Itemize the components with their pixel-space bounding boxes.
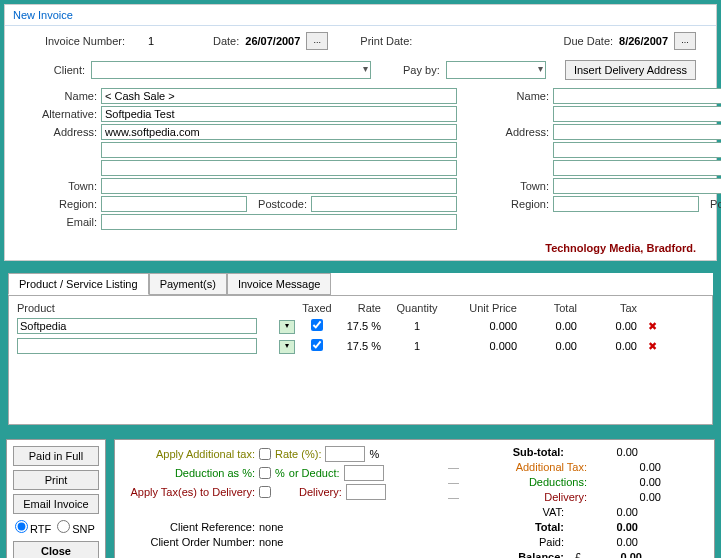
total-value: 0.00 (517, 340, 577, 352)
paid-in-full-button[interactable]: Paid in Full (13, 446, 99, 466)
tab-payments[interactable]: Payment(s) (149, 273, 227, 295)
address-input-1[interactable] (101, 124, 457, 140)
delivery-name-label: Name: (477, 90, 549, 102)
name-label: Name: (25, 90, 97, 102)
insert-delivery-button[interactable]: Insert Delivery Address (565, 60, 696, 80)
client-reference-label: Client Reference: (125, 521, 255, 533)
col-product: Product (17, 302, 277, 314)
apply-additional-tax-label: Apply Additional tax: (125, 448, 255, 460)
delivery-region-label: Region: (477, 198, 549, 210)
client-label: Client: (25, 64, 85, 76)
qty-value[interactable]: 1 (387, 320, 447, 332)
unitprice-value[interactable]: 0.000 (447, 340, 517, 352)
tax-value: 0.00 (577, 340, 637, 352)
date-label: Date: (213, 35, 239, 47)
balance-value: 0.00 (592, 551, 642, 558)
postcode-input[interactable] (311, 196, 457, 212)
product-input[interactable] (17, 338, 257, 354)
due-date-picker-button[interactable]: ... (674, 32, 696, 50)
apply-additional-tax-checkbox[interactable] (259, 448, 271, 460)
deductions-label: Deductions: (467, 476, 587, 488)
due-date-value: 8/26/2007 (619, 35, 668, 47)
invoice-number-value: 1 (131, 35, 171, 47)
town-input[interactable] (101, 178, 457, 194)
subtotal-label: Sub-total: (444, 446, 564, 458)
delivery-town-input[interactable] (553, 178, 721, 194)
delete-row-icon[interactable]: ✖ (637, 320, 667, 333)
apply-tax-delivery-checkbox[interactable] (259, 486, 271, 498)
client-reference-value: none (259, 521, 283, 533)
or-deduct-input[interactable] (344, 465, 384, 481)
delivery-address-input-3[interactable] (553, 160, 721, 176)
email-invoice-button[interactable]: Email Invoice (13, 494, 99, 514)
rtf-radio[interactable]: RTF (15, 520, 51, 535)
print-button[interactable]: Print (13, 470, 99, 490)
payby-combo[interactable] (446, 61, 546, 79)
product-dropdown-icon[interactable]: ▾ (279, 320, 295, 334)
delivery-alt-input[interactable] (553, 106, 721, 122)
tab-product-listing[interactable]: Product / Service Listing (8, 273, 149, 295)
col-tax: Tax (577, 302, 637, 314)
deduction-pct-label: Deduction as %: (125, 467, 255, 479)
delivery-address-label: Address: (477, 126, 549, 138)
delivery-name-input[interactable] (553, 88, 721, 104)
email-label: Email: (25, 216, 97, 228)
table-row: ▾ 17.5 % 1 0.000 0.00 0.00 ✖ (13, 336, 708, 356)
qty-value[interactable]: 1 (387, 340, 447, 352)
alternative-input[interactable] (101, 106, 457, 122)
delivery-input[interactable] (346, 484, 386, 500)
close-button[interactable]: Close (13, 541, 99, 558)
window-title: New Invoice (5, 5, 716, 26)
delivery-right-value: 0.00 (591, 491, 661, 503)
address-input-2[interactable] (101, 142, 457, 158)
deduction-pct-checkbox[interactable] (259, 467, 271, 479)
delivery-address-input-1[interactable] (553, 124, 721, 140)
billing-address-block: Name: Alternative: Address: Town: Region… (25, 88, 457, 232)
print-date-label: Print Date: (360, 35, 412, 47)
vat-value: 0.00 (568, 506, 638, 518)
address-input-3[interactable] (101, 160, 457, 176)
rate-pct-label: Rate (%): (275, 448, 321, 460)
client-combo[interactable] (91, 61, 371, 79)
delivery-right-label: Delivery: (467, 491, 587, 503)
product-dropdown-icon[interactable]: ▾ (279, 340, 295, 354)
postcode-label: Postcode: (247, 198, 307, 210)
col-quantity: Quantity (387, 302, 447, 314)
snp-radio[interactable]: SNP (57, 520, 95, 535)
region-input[interactable] (101, 196, 247, 212)
delivery-label: Delivery: (299, 486, 342, 498)
alternative-label: Alternative: (25, 108, 97, 120)
total-label: Total: (444, 521, 564, 533)
deductions-value: 0.00 (591, 476, 661, 488)
rate-value: 17.5 (347, 340, 368, 352)
total-value: 0.00 (517, 320, 577, 332)
town-label: Town: (25, 180, 97, 192)
rate-pct-input[interactable] (325, 446, 365, 462)
additional-tax-value: 0.00 (591, 461, 661, 473)
delivery-address-input-2[interactable] (553, 142, 721, 158)
email-input[interactable] (101, 214, 457, 230)
additional-tax-label: Additional Tax: (467, 461, 587, 473)
due-date-label: Due Date: (564, 35, 614, 47)
delete-row-icon[interactable]: ✖ (637, 340, 667, 353)
tax-value: 0.00 (577, 320, 637, 332)
col-rate: Rate (337, 302, 387, 314)
col-unit-price: Unit Price (447, 302, 517, 314)
client-order-label: Client Order Number: (125, 536, 255, 548)
rate-value: 17.5 (347, 320, 368, 332)
unitprice-value[interactable]: 0.000 (447, 320, 517, 332)
name-input[interactable] (101, 88, 457, 104)
address-label: Address: (25, 126, 97, 138)
taxed-checkbox[interactable] (311, 339, 323, 351)
delivery-postcode-label: Postcode: (699, 198, 721, 210)
taxed-checkbox[interactable] (311, 319, 323, 331)
client-order-value: none (259, 536, 283, 548)
tab-invoice-message[interactable]: Invoice Message (227, 273, 332, 295)
paid-value: 0.00 (568, 536, 638, 548)
date-picker-button[interactable]: ... (306, 32, 328, 50)
product-input[interactable] (17, 318, 257, 334)
payby-label: Pay by: (403, 64, 440, 76)
paid-label: Paid: (444, 536, 564, 548)
apply-tax-delivery-label: Apply Tax(es) to Delivery: (125, 486, 255, 498)
delivery-region-input[interactable] (553, 196, 699, 212)
